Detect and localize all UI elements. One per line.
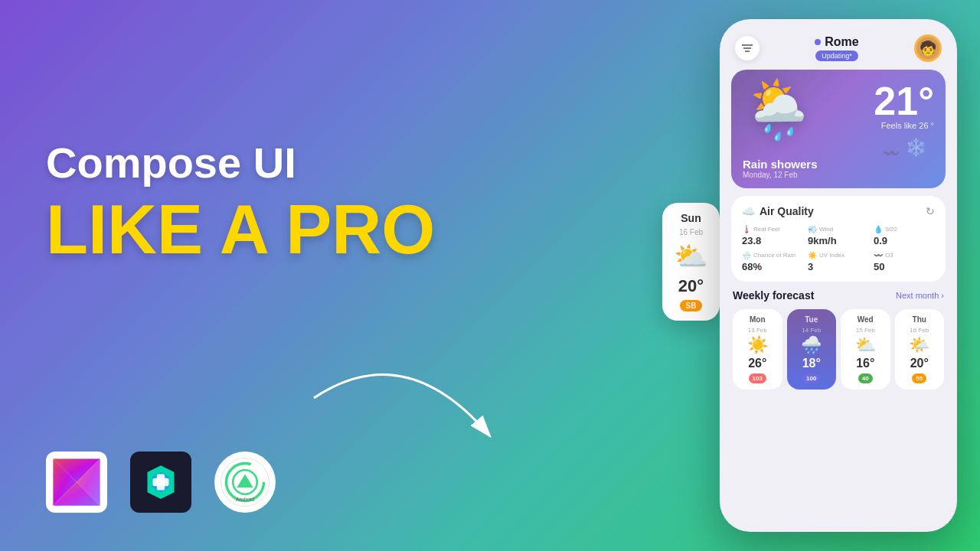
side-temperature: 20° [678, 276, 704, 296]
weather-cloud-icon: 🌦️ [743, 81, 815, 139]
air-quality-header: ☁️ Air Quality ↻ [742, 205, 935, 217]
compose-ui-text: Compose UI [46, 138, 435, 187]
kotlin-logo [46, 452, 107, 513]
forecast-title: Weekly forecast [733, 289, 814, 302]
forecast-section: Weekly forecast Next month › Mon 13 Feb … [731, 289, 946, 390]
forecast-header: Weekly forecast Next month › [733, 289, 944, 302]
day-date-thu: 16 Feb [910, 327, 929, 334]
phone-header: Rome Updating* 🧒 [731, 31, 946, 70]
weather-main-card: 🌦️ 21° Feels like 26 ° ❄️ 〰️ Rain shower… [731, 70, 946, 188]
side-weather-icon: ⛅ [674, 240, 708, 272]
next-month-link[interactable]: Next month › [896, 291, 944, 300]
day-badge-thu: 55 [912, 373, 926, 383]
snowflake-icon: ❄️ [906, 138, 926, 158]
day-temp-wed: 16° [856, 357, 874, 370]
dart-logo [130, 452, 191, 513]
air-quality-card: ☁️ Air Quality ↻ 🌡️ Real Feel 23.8 💨 Win… [731, 196, 946, 282]
side-weather-card: Sun 16 Feb ⛅ 20° SB [662, 203, 720, 321]
day-temp-mon: 26° [748, 357, 766, 370]
city-info: Rome Updating* [815, 35, 858, 61]
day-date-mon: 13 Feb [748, 327, 767, 334]
svg-rect-8 [153, 478, 169, 487]
air-quality-title: Air Quality [760, 205, 814, 217]
main-temperature: 21° [874, 81, 934, 121]
forecast-day-thu: Thu 16 Feb 🌤️ 20° 55 [895, 309, 945, 390]
day-badge-tue: 100 [802, 373, 820, 383]
aq-uv: ☀️ UV Index 3 [808, 251, 869, 272]
forecast-day-mon: Mon 13 Feb ☀️ 26° 103 [733, 309, 782, 390]
wind-wavy-icon: 〰️ [883, 145, 900, 161]
day-name-tue: Tue [805, 315, 818, 324]
aq-wind: 💨 Wind 9km/h [808, 225, 869, 246]
day-icon-mon: ☀️ [747, 337, 768, 354]
day-temp-thu: 20° [910, 357, 929, 370]
refresh-icon[interactable]: ↻ [926, 205, 935, 217]
aq-real-feel: 🌡️ Real Feel 23.8 [742, 225, 803, 246]
city-name: Rome [825, 35, 858, 49]
android-studio-logo: Android [214, 452, 276, 513]
day-name-thu: Thu [913, 315, 926, 324]
forecast-day-wed: Wed 15 Feb ⛅ 16° 40 [841, 309, 890, 390]
day-icon-tue: 🌧️ [801, 337, 822, 354]
aq-rain-chance: 🌧️ Chance of Rain 68% [742, 251, 803, 272]
feels-like-text: Feels like 26 ° [874, 121, 934, 130]
side-badge: SB [680, 300, 703, 311]
like-a-pro-text: LIKE A PRO [46, 195, 435, 264]
day-date-wed: 15 Feb [856, 327, 875, 334]
air-quality-cloud-icon: ☁️ [742, 205, 755, 217]
day-icon-thu: 🌤️ [909, 337, 929, 354]
forecast-days-list: Mon 13 Feb ☀️ 26° 103 Tue 14 Feb 🌧️ 18° … [733, 309, 944, 390]
phone-mockup: Rome Updating* 🧒 🌦️ 21° Feels like 26 ° … [720, 19, 957, 532]
arrow-decoration [291, 321, 521, 474]
updating-badge: Updating* [815, 51, 858, 61]
day-badge-mon: 103 [749, 373, 766, 383]
day-name-wed: Wed [858, 315, 874, 324]
day-badge-wed: 40 [858, 373, 873, 383]
user-avatar[interactable]: 🧒 [914, 34, 942, 62]
day-date-tue: 14 Feb [802, 327, 821, 334]
air-quality-grid: 🌡️ Real Feel 23.8 💨 Wind 9km/h 💧 SO2 0.9 [742, 225, 935, 272]
left-content-area: Compose UI LIKE A PRO [46, 138, 435, 264]
forecast-day-tue: Tue 14 Feb 🌧️ 18° 100 [787, 309, 837, 390]
aq-o3: 〰️ O3 50 [874, 251, 935, 272]
location-dot [815, 39, 821, 45]
logos-section: Android [46, 452, 276, 513]
svg-text:Android: Android [236, 497, 254, 502]
side-day-date: 16 Feb [679, 228, 703, 236]
weather-description: Rain showers Monday, 12 Feb [743, 158, 818, 179]
weather-desc-text: Rain showers [743, 158, 818, 171]
filter-icon[interactable] [735, 36, 760, 60]
aq-so2: 💧 SO2 0.9 [874, 225, 935, 246]
day-temp-tue: 18° [802, 357, 821, 370]
weather-date: Monday, 12 Feb [743, 171, 818, 179]
day-name-mon: Mon [750, 315, 766, 324]
temperature-section: 21° Feels like 26 ° [874, 81, 934, 130]
day-icon-wed: ⛅ [855, 337, 876, 354]
side-day-name: Sun [681, 212, 701, 224]
